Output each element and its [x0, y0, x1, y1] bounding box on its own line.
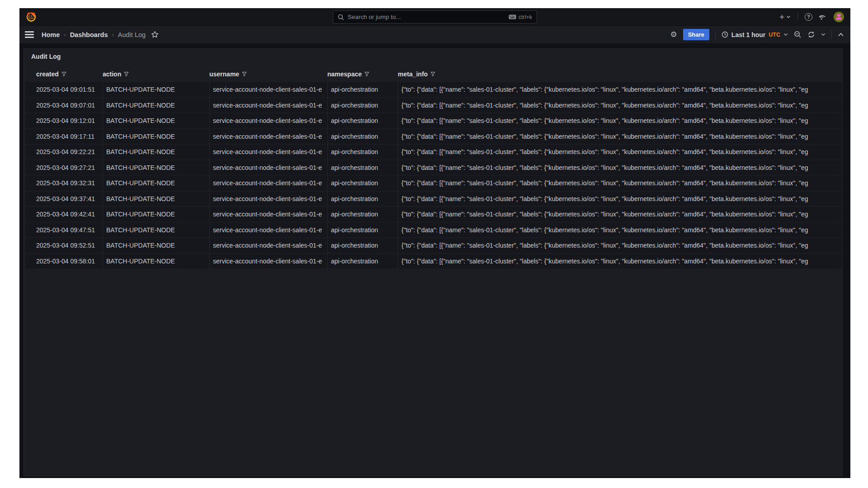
column-header-action[interactable]: action — [103, 70, 209, 78]
table-row[interactable]: 2025-03-04 09:01:51BATCH-UPDATE-NODEserv… — [25, 82, 842, 97]
cell-namespace: api-orchestration — [327, 192, 398, 206]
panel-title[interactable]: Audit Log — [24, 49, 842, 64]
cell-meta_info: {"to": {"data": [{"name": "sales-01-clus… — [398, 176, 842, 191]
table-row[interactable]: 2025-03-04 09:58:01BATCH-UPDATE-NODEserv… — [25, 254, 842, 269]
dashboard-actions: ⚙ Share Last 1 hour UTC — [670, 29, 844, 40]
table-row[interactable]: 2025-03-04 09:12:01BATCH-UPDATE-NODEserv… — [25, 113, 842, 128]
table-row[interactable]: 2025-03-04 09:07:01BATCH-UPDATE-NODEserv… — [25, 98, 842, 113]
column-divider — [398, 82, 398, 269]
new-menu-button[interactable]: + — [779, 13, 791, 21]
cell-meta_info: {"to": {"data": [{"name": "sales-01-clus… — [398, 254, 842, 269]
cell-created: 2025-03-04 09:42:41 — [25, 207, 103, 222]
filter-icon[interactable] — [242, 71, 247, 77]
cell-username: service-account-node-client-sales-01-e — [209, 160, 327, 175]
cell-action: BATCH-UPDATE-NODE — [103, 145, 209, 160]
dashboard-toolbar: Home › Dashboards › Audit Log ⚙ Share La… — [19, 26, 850, 44]
column-header-namespace[interactable]: namespace — [327, 70, 398, 78]
dashboard-canvas: Audit Log created action username — [19, 44, 850, 478]
column-header-created[interactable]: created — [25, 70, 103, 78]
share-button[interactable]: Share — [683, 29, 709, 40]
cell-namespace: api-orchestration — [327, 238, 398, 253]
cell-action: BATCH-UPDATE-NODE — [103, 82, 209, 97]
cell-created: 2025-03-04 09:37:41 — [25, 192, 103, 206]
table-row[interactable]: 2025-03-04 09:32:31BATCH-UPDATE-NODEserv… — [25, 176, 842, 191]
table-row[interactable]: 2025-03-04 09:52:51BATCH-UPDATE-NODEserv… — [25, 238, 842, 253]
breadcrumb-current: Audit Log — [118, 31, 146, 38]
grafana-logo-icon[interactable] — [25, 11, 37, 23]
filter-icon[interactable] — [430, 71, 435, 77]
cell-created: 2025-03-04 09:07:01 — [25, 98, 103, 113]
divider — [797, 13, 798, 21]
cell-action: BATCH-UPDATE-NODE — [103, 113, 209, 128]
cell-created: 2025-03-04 09:12:01 — [25, 113, 103, 128]
chevron-up-icon — [838, 33, 844, 37]
filter-icon[interactable] — [124, 71, 129, 77]
table-row[interactable]: 2025-03-04 09:17:11BATCH-UPDATE-NODEserv… — [25, 129, 842, 144]
cell-created: 2025-03-04 09:32:31 — [25, 176, 103, 191]
cell-created: 2025-03-04 09:27:21 — [25, 160, 103, 175]
star-icon — [151, 31, 159, 38]
cell-namespace: api-orchestration — [327, 82, 398, 97]
table-row[interactable]: 2025-03-04 09:27:21BATCH-UPDATE-NODEserv… — [25, 160, 842, 175]
cell-namespace: api-orchestration — [327, 129, 398, 144]
help-button[interactable]: ? — [805, 13, 812, 21]
user-avatar[interactable] — [834, 12, 844, 22]
table-row[interactable]: 2025-03-04 09:42:41BATCH-UPDATE-NODEserv… — [25, 207, 842, 222]
cell-username: service-account-node-client-sales-01-e — [209, 82, 327, 97]
table-row[interactable]: 2025-03-04 09:47:51BATCH-UPDATE-NODEserv… — [25, 223, 842, 238]
refresh-icon — [807, 31, 815, 38]
keyboard-icon — [509, 14, 516, 19]
column-header-meta-info[interactable]: meta_info — [398, 70, 842, 78]
breadcrumb-dashboards[interactable]: Dashboards — [70, 31, 108, 38]
cell-username: service-account-node-client-sales-01-e — [209, 145, 327, 160]
top-nav-actions: + ? — [779, 12, 850, 22]
refresh-button[interactable] — [807, 31, 815, 38]
cell-namespace: api-orchestration — [327, 113, 398, 128]
search-input[interactable]: Search or jump to... ctrl+k — [333, 10, 537, 23]
search-icon — [338, 14, 344, 20]
favorite-button[interactable] — [151, 31, 159, 38]
cell-created: 2025-03-04 09:01:51 — [25, 82, 103, 97]
zoom-out-icon — [794, 31, 802, 38]
time-range-label: Last 1 hour — [731, 31, 765, 38]
cell-created: 2025-03-04 09:58:01 — [25, 254, 103, 269]
rss-icon — [819, 13, 827, 21]
cell-action: BATCH-UPDATE-NODE — [103, 223, 209, 238]
cell-username: service-account-node-client-sales-01-e — [209, 113, 327, 128]
menu-toggle-button[interactable] — [25, 31, 34, 38]
cell-username: service-account-node-client-sales-01-e — [209, 98, 327, 113]
zoom-out-time-button[interactable] — [794, 31, 802, 38]
cell-meta_info: {"to": {"data": [{"name": "sales-01-clus… — [398, 238, 842, 253]
search-placeholder: Search or jump to... — [348, 14, 509, 20]
collapse-controls-button[interactable] — [838, 33, 844, 37]
table-row[interactable]: 2025-03-04 09:22:21BATCH-UPDATE-NODEserv… — [25, 145, 842, 160]
cell-meta_info: {"to": {"data": [{"name": "sales-01-clus… — [398, 223, 842, 238]
refresh-interval-chevron-icon[interactable] — [821, 33, 826, 36]
cell-namespace: api-orchestration — [327, 207, 398, 222]
cell-meta_info: {"to": {"data": [{"name": "sales-01-clus… — [398, 192, 842, 206]
column-header-username[interactable]: username — [209, 70, 327, 78]
cell-created: 2025-03-04 09:47:51 — [25, 223, 103, 238]
filter-icon[interactable] — [61, 71, 66, 77]
breadcrumb-home[interactable]: Home — [42, 31, 60, 38]
table-row[interactable]: 2025-03-04 09:37:41BATCH-UPDATE-NODEserv… — [25, 192, 842, 206]
divider — [831, 31, 832, 39]
cell-namespace: api-orchestration — [327, 254, 398, 269]
breadcrumb-separator: › — [64, 31, 66, 38]
cell-meta_info: {"to": {"data": [{"name": "sales-01-clus… — [398, 82, 842, 97]
news-button[interactable] — [819, 13, 827, 21]
settings-button[interactable]: ⚙ — [670, 31, 677, 38]
cell-namespace: api-orchestration — [327, 145, 398, 160]
cell-meta_info: {"to": {"data": [{"name": "sales-01-clus… — [398, 145, 842, 160]
help-icon: ? — [807, 14, 810, 19]
cell-action: BATCH-UPDATE-NODE — [103, 129, 209, 144]
breadcrumb-separator: › — [112, 31, 113, 38]
plus-icon: + — [779, 13, 784, 21]
shortcut-text: ctrl+k — [519, 14, 532, 20]
avatar-figure-icon — [835, 13, 843, 21]
filter-icon[interactable] — [364, 71, 369, 77]
cell-action: BATCH-UPDATE-NODE — [103, 176, 209, 191]
cell-username: service-account-node-client-sales-01-e — [209, 176, 327, 191]
cell-username: service-account-node-client-sales-01-e — [209, 238, 327, 253]
time-range-picker[interactable]: Last 1 hour UTC — [722, 31, 788, 38]
